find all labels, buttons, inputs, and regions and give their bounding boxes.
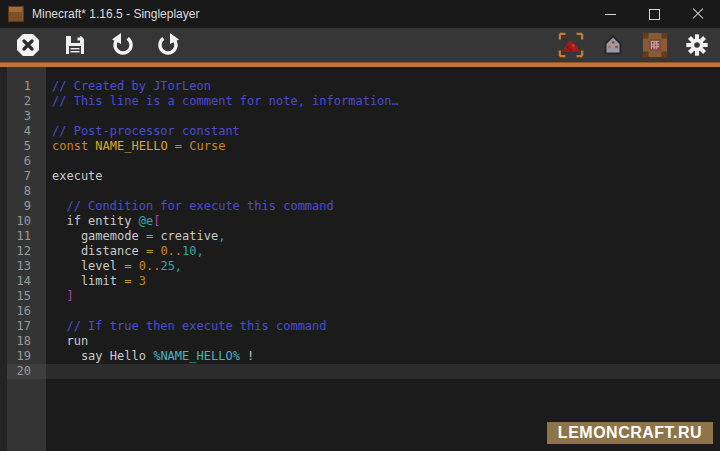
minimize-icon (605, 14, 616, 15)
line-number: 2 (0, 94, 46, 109)
settings-button[interactable] (684, 32, 710, 58)
line-number: 1 (0, 79, 46, 94)
home-icon (600, 31, 626, 59)
line-number: 10 (0, 214, 46, 229)
line-number: 18 (0, 334, 46, 349)
window-title: Minecraft* 1.16.5 - Singleplayer (32, 7, 588, 21)
code-editor[interactable]: 1// Created by JTorLeon2// This line is … (0, 67, 720, 451)
line-content (46, 109, 720, 124)
line-number: 15 (0, 289, 46, 304)
toolbar-left (0, 32, 182, 58)
close-button[interactable] (676, 0, 720, 28)
line-number: 12 (0, 244, 46, 259)
maximize-icon (649, 9, 660, 20)
module-frame-icon (642, 31, 668, 59)
line-number: 11 (0, 229, 46, 244)
home-tool-button[interactable] (600, 32, 626, 58)
editor-line[interactable]: 2// This line is a comment for note, inf… (0, 94, 720, 109)
line-number: 8 (0, 184, 46, 199)
line-number: 20 (0, 364, 46, 379)
octagon-x-icon (16, 33, 40, 57)
redo-button[interactable] (156, 32, 182, 58)
maximize-button[interactable] (632, 0, 676, 28)
module-tool-button[interactable] (642, 32, 668, 58)
editor-line[interactable]: 11 gamemode = creative, (0, 229, 720, 244)
line-content: // Post-processor constant (46, 124, 720, 139)
close-icon (692, 8, 704, 20)
redstone-tool-button[interactable] (558, 32, 584, 58)
line-content: gamemode = creative, (46, 229, 720, 244)
line-content: const NAME_HELLO = Curse (46, 139, 720, 154)
line-content: // If true then execute this command (46, 319, 720, 334)
line-number: 5 (0, 139, 46, 154)
editor-line[interactable]: 12 distance = 0..10, (0, 244, 720, 259)
line-number: 3 (0, 109, 46, 124)
editor-line[interactable]: 18 run (0, 334, 720, 349)
line-content: if entity @e[ (46, 214, 720, 229)
app-window: Minecraft* 1.16.5 - Singleplayer (0, 0, 720, 451)
line-content (46, 184, 720, 199)
editor-line[interactable]: 17 // If true then execute this command (0, 319, 720, 334)
editor-line[interactable]: 20 (0, 364, 720, 379)
lemoncraft-watermark: LEMONCRAFT.RU (547, 422, 713, 444)
close-file-button[interactable] (15, 32, 41, 58)
line-number: 19 (0, 349, 46, 364)
line-content: limit = 3 (46, 274, 720, 289)
line-content (46, 364, 720, 379)
minecraft-block-icon (8, 6, 24, 22)
editor-line[interactable]: 10 if entity @e[ (0, 214, 720, 229)
line-number: 4 (0, 124, 46, 139)
line-number: 14 (0, 274, 46, 289)
redo-arrow-icon (156, 32, 182, 58)
editor-line[interactable]: 14 limit = 3 (0, 274, 720, 289)
minimize-button[interactable] (588, 0, 632, 28)
redstone-dust-icon (558, 31, 584, 59)
line-number: 16 (0, 304, 46, 319)
line-number: 7 (0, 169, 46, 184)
toolbar (0, 28, 720, 62)
editor-line[interactable]: 3 (0, 109, 720, 124)
window-controls (588, 0, 720, 28)
gear-icon (684, 31, 710, 59)
line-number: 17 (0, 319, 46, 334)
undo-arrow-icon (109, 32, 135, 58)
line-content: level = 0..25, (46, 259, 720, 274)
line-content: distance = 0..10, (46, 244, 720, 259)
toolbar-right (558, 32, 720, 58)
editor-line[interactable]: 16 (0, 304, 720, 319)
editor-line[interactable]: 13 level = 0..25, (0, 259, 720, 274)
editor-line[interactable]: 6 (0, 154, 720, 169)
editor-line[interactable]: 8 (0, 184, 720, 199)
save-button[interactable] (62, 32, 88, 58)
line-content: say Hello %NAME_HELLO% ! (46, 349, 720, 364)
line-number: 6 (0, 154, 46, 169)
title-bar[interactable]: Minecraft* 1.16.5 - Singleplayer (0, 0, 720, 28)
line-number: 9 (0, 199, 46, 214)
line-content: // Condition for execute this command (46, 199, 720, 214)
line-content (46, 154, 720, 169)
editor-line[interactable]: 4// Post-processor constant (0, 124, 720, 139)
editor-line[interactable]: 15 ] (0, 289, 720, 304)
line-content: execute (46, 169, 720, 184)
editor-line[interactable]: 5const NAME_HELLO = Curse (0, 139, 720, 154)
line-content: run (46, 334, 720, 349)
editor-line[interactable]: 7execute (0, 169, 720, 184)
line-content: // Created by JTorLeon (46, 79, 720, 94)
line-content: // This line is a comment for note, info… (46, 94, 720, 109)
line-content (46, 304, 720, 319)
editor-line[interactable]: 9 // Condition for execute this command (0, 199, 720, 214)
floppy-disk-icon (63, 33, 87, 57)
undo-button[interactable] (109, 32, 135, 58)
line-content: ] (46, 289, 720, 304)
line-number: 13 (0, 259, 46, 274)
editor-line[interactable]: 19 say Hello %NAME_HELLO% ! (0, 349, 720, 364)
editor-line[interactable]: 1// Created by JTorLeon (0, 79, 720, 94)
editor-rows: 1// Created by JTorLeon2// This line is … (0, 67, 720, 379)
